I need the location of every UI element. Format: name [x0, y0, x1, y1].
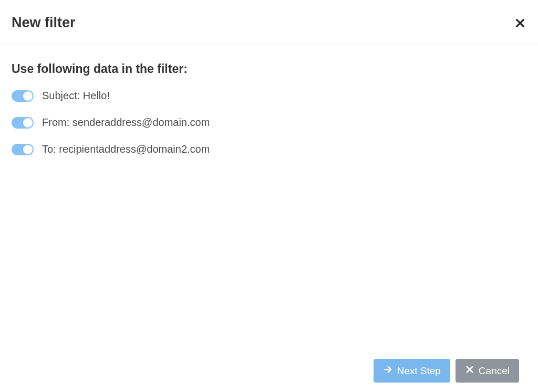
filter-label-from: From: senderaddress@domain.com	[42, 116, 210, 129]
close-icon	[465, 365, 474, 377]
arrow-right-icon	[383, 365, 392, 377]
filter-label-to: To: recipientaddress@domain2.com	[42, 143, 210, 155]
dialog-footer: Next Step Cancel	[374, 359, 519, 383]
cancel-label: Cancel	[479, 365, 510, 377]
dialog-title: New filter	[12, 15, 76, 31]
next-step-button[interactable]: Next Step	[374, 359, 450, 383]
close-icon[interactable]	[514, 17, 526, 29]
section-heading: Use following data in the filter:	[12, 62, 526, 76]
toggle-from[interactable]	[12, 117, 34, 129]
dialog-content: Use following data in the filter: Subjec…	[0, 45, 538, 181]
next-step-label: Next Step	[397, 365, 440, 377]
toggle-knob	[23, 118, 33, 128]
filter-row-from: From: senderaddress@domain.com	[12, 116, 526, 129]
toggle-to[interactable]	[12, 144, 34, 155]
dialog-header: New filter	[0, 0, 538, 45]
cancel-button[interactable]: Cancel	[456, 359, 519, 383]
toggle-subject[interactable]	[12, 90, 34, 102]
filter-label-subject: Subject: Hello!	[42, 90, 110, 102]
toggle-knob	[23, 91, 33, 101]
filter-row-to: To: recipientaddress@domain2.com	[12, 143, 526, 155]
toggle-knob	[23, 145, 33, 154]
filter-row-subject: Subject: Hello!	[12, 90, 526, 102]
